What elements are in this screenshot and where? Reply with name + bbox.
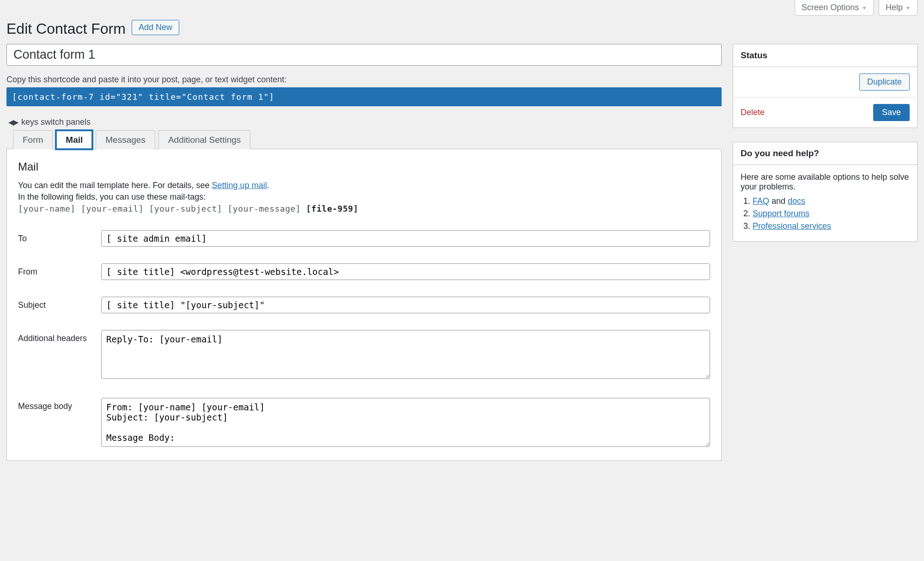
tab-form[interactable]: Form: [13, 130, 53, 149]
form-title-input[interactable]: [6, 44, 722, 66]
help-intro: Here are some available options to help …: [741, 172, 910, 192]
keys-hint-text: keys switch panels: [21, 117, 91, 127]
tab-mail[interactable]: Mail: [56, 130, 92, 149]
message-body-input[interactable]: From: [your-name] [your-email] Subject: …: [101, 398, 710, 447]
subject-input[interactable]: [101, 297, 710, 313]
help-heading: Do you need help?: [733, 142, 917, 165]
screen-options-label: Screen Options: [802, 3, 859, 12]
docs-link[interactable]: docs: [788, 196, 805, 206]
help-item-pro: Professional services: [753, 221, 910, 231]
shortcode-hint: Copy this shortcode and paste it into yo…: [6, 75, 722, 85]
faq-link[interactable]: FAQ: [753, 196, 769, 206]
additional-headers-input[interactable]: Reply-To: [your-email]: [101, 330, 710, 379]
tab-messages[interactable]: Messages: [96, 130, 155, 149]
from-label: From: [18, 263, 101, 277]
help-button[interactable]: Help ▼: [879, 0, 918, 16]
mail-panel: Mail You can edit the mail template here…: [6, 149, 722, 461]
to-label: To: [18, 230, 101, 244]
message-body-label: Message body: [18, 398, 101, 411]
help-box: Do you need help? Here are some availabl…: [733, 142, 918, 242]
mail-tags-bold: [file-959]: [306, 204, 359, 213]
status-heading: Status: [733, 44, 917, 67]
help-item-faq: FAQ and docs: [753, 196, 910, 206]
add-new-button[interactable]: Add New: [132, 20, 179, 35]
professional-services-link[interactable]: Professional services: [753, 221, 831, 231]
subject-label: Subject: [18, 297, 101, 310]
status-box: Status Duplicate Delete Save: [733, 44, 918, 128]
screen-options-button[interactable]: Screen Options ▼: [795, 0, 874, 16]
mail-heading: Mail: [18, 160, 710, 173]
help-label: Help: [886, 3, 903, 12]
help-item-support: Support forums: [753, 209, 910, 219]
chevron-down-icon: ▼: [862, 5, 867, 11]
save-button[interactable]: Save: [873, 104, 910, 121]
mail-tags-plain: [your-name] [your-email] [your-subject] …: [18, 204, 306, 213]
to-input[interactable]: [101, 230, 710, 247]
additional-headers-label: Additional headers: [18, 330, 101, 343]
support-forums-link[interactable]: Support forums: [753, 209, 809, 218]
duplicate-button[interactable]: Duplicate: [859, 73, 910, 91]
from-input[interactable]: [101, 263, 710, 280]
shortcode-display[interactable]: [contact-form-7 id="321" title="Contact …: [6, 87, 722, 106]
page-title: Edit Contact Form: [6, 16, 126, 37]
delete-link[interactable]: Delete: [741, 108, 765, 117]
mail-tags-intro: In the following fields, you can use the…: [18, 192, 710, 202]
tab-additional-settings[interactable]: Additional Settings: [158, 130, 250, 149]
chevron-down-icon: ▼: [906, 5, 911, 11]
setting-up-mail-link[interactable]: Setting up mail: [212, 181, 267, 190]
mail-desc-text: You can edit the mail template here. For…: [18, 181, 212, 190]
arrows-icon: ◀▶: [8, 118, 18, 127]
